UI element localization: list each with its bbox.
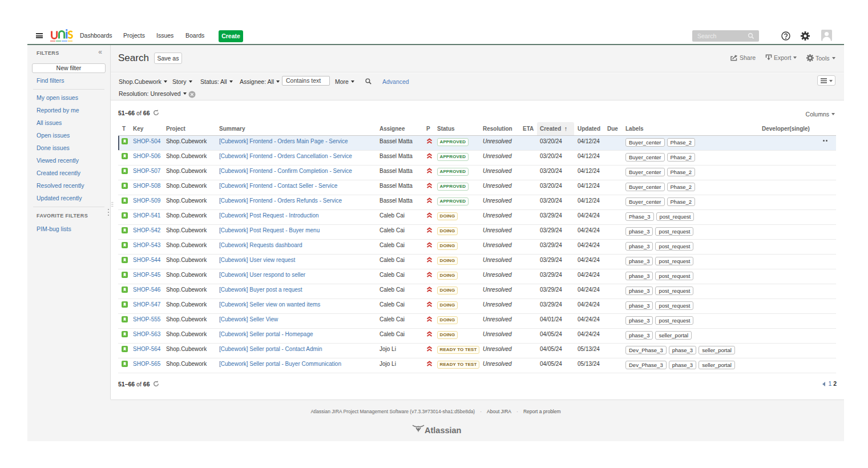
svg-text:Atlassian: Atlassian <box>425 426 461 435</box>
